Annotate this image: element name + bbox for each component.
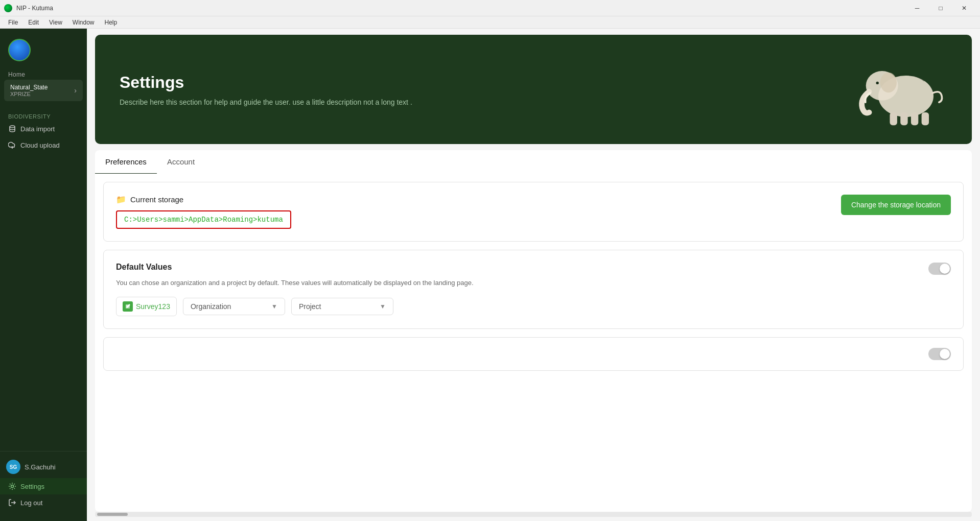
minimize-button[interactable]: ─ (905, 0, 929, 16)
home-label: Home (0, 67, 33, 80)
logout-icon (8, 499, 16, 507)
next-toggle-knob (940, 349, 950, 359)
defaults-card-header: Default Values (116, 263, 951, 275)
sidebar-bottom: SG S.Gachuhi Settings Log out (0, 451, 87, 515)
scrollbar-thumb[interactable] (97, 513, 128, 516)
username-label: S.Gachuhi (25, 463, 56, 471)
hero-banner: Settings Describe here this section for … (95, 35, 972, 144)
storage-header-label: Current storage (130, 195, 183, 204)
user-avatar: SG (6, 460, 20, 474)
survey123-icon (123, 301, 133, 312)
svg-point-9 (876, 82, 879, 84)
svg-point-0 (10, 126, 15, 128)
menu-view[interactable]: View (45, 18, 66, 27)
folder-icon: 📁 (116, 195, 126, 204)
tab-preferences[interactable]: Preferences (95, 150, 157, 175)
menu-edit[interactable]: Edit (24, 18, 43, 27)
menu-file[interactable]: File (4, 18, 22, 27)
svg-point-4 (880, 73, 897, 93)
chevron-right-icon: › (74, 86, 77, 94)
data-import-label: Data import (20, 125, 55, 133)
storage-card-left: 📁 Current storage C:>Users>sammi>AppData… (116, 195, 841, 229)
title-bar: NIP - Kutuma ─ □ ✕ (0, 0, 980, 16)
tab-account[interactable]: Account (157, 150, 205, 175)
svg-rect-7 (911, 112, 918, 125)
database-icon (8, 125, 16, 133)
svg-rect-5 (890, 112, 897, 125)
sidebar: Home Natural_State XPRIZE › Biodiversity… (0, 29, 87, 521)
biodiversity-label: Biodiversity (0, 110, 87, 121)
project-line1: Natural_State (10, 84, 48, 91)
hero-text: Settings Describe here this section for … (120, 73, 412, 106)
storage-path[interactable]: C:>Users>sammi>AppData>Roaming>kutuma (116, 210, 291, 229)
gear-icon (8, 482, 16, 490)
svg-point-1 (11, 485, 14, 488)
elephant-illustration (855, 51, 947, 128)
defaults-title: Default Values (116, 263, 172, 272)
page-title: Settings (120, 73, 412, 92)
project-dropdown-label: Project (299, 302, 321, 311)
logout-label: Log out (20, 499, 42, 507)
app-layout: Home Natural_State XPRIZE › Biodiversity… (0, 29, 980, 521)
org-dropdown-label: Organization (191, 302, 231, 311)
storage-card: 📁 Current storage C:>Users>sammi>AppData… (103, 182, 964, 242)
tabs-wrapper: Preferences Account (95, 150, 972, 174)
avatar (8, 39, 31, 61)
maximize-button[interactable]: □ (929, 0, 952, 16)
survey-label: Survey123 (136, 302, 170, 311)
title-bar-text: NIP - Kutuma (16, 5, 901, 12)
scrollbar-area (95, 512, 972, 517)
tabs-list: Preferences Account (95, 150, 972, 174)
survey-badge: Survey123 (116, 297, 177, 316)
project-selector[interactable]: Natural_State XPRIZE › (4, 80, 83, 101)
change-storage-button[interactable]: Change the storage location (841, 195, 951, 215)
menu-bar: File Edit View Window Help (0, 16, 980, 29)
toggle-knob (940, 264, 950, 274)
sidebar-user[interactable]: SG S.Gachuhi (0, 456, 87, 478)
project-dropdown-arrow: ▼ (380, 303, 386, 310)
project-dropdown[interactable]: Project ▼ (291, 298, 393, 315)
next-card-toggle[interactable] (928, 348, 951, 360)
sidebar-item-cloud-upload[interactable]: Cloud upload (0, 137, 87, 153)
settings-nav-label: Settings (20, 483, 44, 490)
close-button[interactable]: ✕ (952, 0, 976, 16)
defaults-description: You can chose an organization and a proj… (116, 279, 951, 287)
sidebar-logo (0, 35, 87, 69)
main-content: Settings Describe here this section for … (87, 29, 980, 521)
organization-dropdown[interactable]: Organization ▼ (183, 298, 285, 315)
sidebar-item-settings[interactable]: Settings (0, 478, 87, 494)
next-card-peek (103, 337, 964, 371)
defaults-card: Default Values You can chose an organiza… (103, 250, 964, 329)
svg-rect-8 (922, 112, 929, 125)
sidebar-item-logout[interactable]: Log out (0, 494, 87, 511)
org-dropdown-arrow: ▼ (271, 303, 277, 310)
cloud-icon (8, 141, 16, 149)
menu-help[interactable]: Help (101, 18, 122, 27)
app-icon (4, 4, 12, 12)
svg-rect-6 (900, 112, 907, 125)
defaults-row: Survey123 Organization ▼ Project ▼ (116, 297, 951, 316)
cloud-upload-label: Cloud upload (20, 141, 60, 149)
sidebar-item-data-import[interactable]: Data import (0, 121, 87, 137)
defaults-toggle[interactable] (928, 263, 951, 275)
content-area: 📁 Current storage C:>Users>sammi>AppData… (95, 174, 972, 512)
biodiversity-section: Biodiversity Data import Cloud upload (0, 106, 87, 157)
storage-card-header: 📁 Current storage (116, 195, 841, 204)
menu-window[interactable]: Window (68, 18, 99, 27)
title-bar-controls: ─ □ ✕ (905, 0, 976, 16)
hero-description: Describe here this section for help and … (120, 98, 412, 106)
project-line2: XPRIZE (10, 91, 48, 97)
